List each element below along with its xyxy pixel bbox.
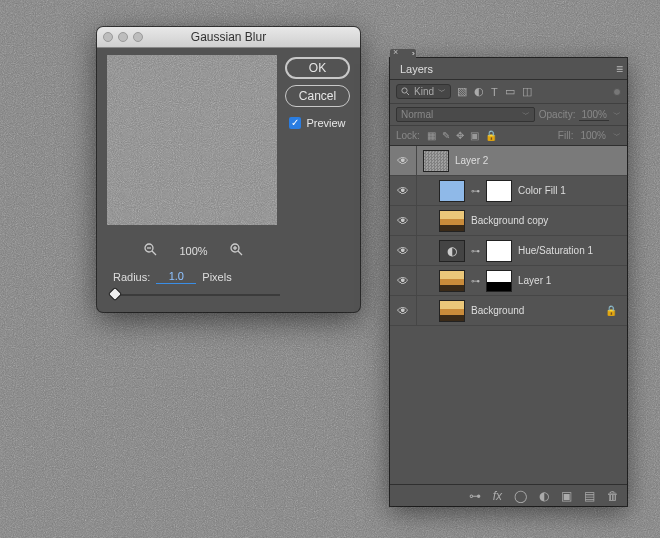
svg-line-6 — [238, 251, 242, 255]
chevron-down-icon: ﹀ — [522, 109, 530, 120]
layer-mask-thumb[interactable] — [486, 240, 512, 262]
radius-label: Radius: — [113, 271, 150, 283]
layer-thumb[interactable] — [423, 150, 449, 172]
radius-slider[interactable] — [113, 288, 280, 302]
layer-row[interactable]: 👁 ◐ ⊶ Hue/Saturation 1 — [390, 236, 627, 266]
filter-type-icon[interactable]: T — [491, 86, 498, 98]
svg-line-3 — [152, 251, 156, 255]
dialog-title: Gaussian Blur — [191, 30, 266, 44]
layer-list: 👁 Layer 2 👁 ⊶ Color Fill 1 👁 Background … — [390, 146, 627, 484]
panel-footer: ⊶ fx ◯ ◐ ▣ ▤ 🗑 — [390, 484, 627, 506]
svg-point-9 — [402, 88, 407, 93]
layer-filter-row: Kind ﹀ ▧ ◐ T ▭ ◫ — [390, 80, 627, 104]
filter-pixel-icon[interactable]: ▧ — [457, 85, 467, 98]
lock-pixels-icon[interactable]: ✎ — [442, 130, 450, 141]
filter-kind-label: Kind — [414, 86, 434, 97]
slider-thumb[interactable] — [108, 287, 122, 301]
panel-tab-grip[interactable]: ×›› — [390, 49, 416, 58]
layer-name[interactable]: Background copy — [471, 215, 548, 226]
lock-artboard-icon[interactable]: ▣ — [470, 130, 479, 141]
layer-thumb[interactable] — [439, 180, 465, 202]
filter-smart-icon[interactable]: ◫ — [522, 85, 532, 98]
panel-menu-icon[interactable]: ≡ — [616, 62, 623, 76]
radius-unit: Pixels — [202, 271, 231, 283]
checkmark-icon: ✓ — [289, 117, 301, 129]
fill-label: Fill: — [558, 130, 574, 141]
layer-row[interactable]: 👁 Layer 2 — [390, 146, 627, 176]
filter-toggle[interactable] — [613, 88, 621, 96]
visibility-toggle[interactable]: 👁 — [396, 184, 410, 198]
visibility-toggle[interactable]: 👁 — [396, 274, 410, 288]
visibility-toggle[interactable]: 👁 — [396, 154, 410, 168]
chevron-down-icon[interactable]: ﹀ — [613, 109, 621, 120]
svg-rect-1 — [107, 55, 277, 225]
chevron-down-icon: ﹀ — [438, 86, 446, 97]
lock-all-icon[interactable]: 🔒 — [485, 130, 497, 141]
delete-layer-icon[interactable]: 🗑 — [607, 489, 619, 503]
layers-panel: ×›› Layers ≡ Kind ﹀ ▧ ◐ T ▭ ◫ Normal ﹀ O… — [390, 58, 627, 506]
radius-input[interactable] — [156, 269, 196, 284]
chevron-down-icon[interactable]: ﹀ — [613, 130, 621, 141]
filter-kind-select[interactable]: Kind ﹀ — [396, 84, 451, 99]
layer-fx-icon[interactable]: fx — [493, 489, 502, 503]
layer-mask-thumb[interactable] — [486, 180, 512, 202]
close-icon[interactable]: × — [393, 47, 398, 57]
fill-value[interactable]: 100% — [580, 130, 606, 141]
preview-checkbox-label: Preview — [306, 117, 345, 129]
svg-line-10 — [407, 93, 410, 96]
lock-position-icon[interactable]: ✥ — [456, 130, 464, 141]
visibility-toggle[interactable]: 👁 — [396, 244, 410, 258]
layer-thumb[interactable] — [439, 270, 465, 292]
mask-link-icon[interactable]: ⊶ — [471, 276, 480, 286]
layer-name[interactable]: Color Fill 1 — [518, 185, 566, 196]
layer-mask-thumb[interactable] — [486, 270, 512, 292]
adjustment-icon[interactable]: ◐ — [439, 240, 465, 262]
collapse-icon[interactable]: ›› — [412, 49, 413, 58]
new-adjustment-icon[interactable]: ◐ — [539, 489, 549, 503]
layer-row[interactable]: 👁 Background 🔒 — [390, 296, 627, 326]
lock-label: Lock: — [396, 130, 420, 141]
blend-mode-value: Normal — [401, 109, 433, 120]
window-controls[interactable] — [103, 32, 143, 42]
filter-shape-icon[interactable]: ▭ — [505, 85, 515, 98]
preview-checkbox[interactable]: ✓ Preview — [285, 117, 350, 129]
new-layer-icon[interactable]: ▤ — [584, 489, 595, 503]
filter-preview[interactable] — [107, 55, 277, 225]
new-group-icon[interactable]: ▣ — [561, 489, 572, 503]
dialog-titlebar[interactable]: Gaussian Blur — [97, 27, 360, 48]
zoom-out-button[interactable] — [144, 243, 157, 259]
tab-layers[interactable]: Layers — [394, 59, 439, 79]
layer-row[interactable]: 👁 ⊶ Color Fill 1 — [390, 176, 627, 206]
slider-track — [113, 294, 280, 296]
layer-row[interactable]: 👁 Background copy — [390, 206, 627, 236]
mask-link-icon[interactable]: ⊶ — [471, 186, 480, 196]
blend-mode-select[interactable]: Normal ﹀ — [396, 107, 535, 122]
visibility-toggle[interactable]: 👁 — [396, 214, 410, 228]
layer-name[interactable]: Background — [471, 305, 524, 316]
filter-adjustment-icon[interactable]: ◐ — [474, 85, 484, 98]
layer-thumb[interactable] — [439, 210, 465, 232]
layer-name[interactable]: Hue/Saturation 1 — [518, 245, 593, 256]
ok-button[interactable]: OK — [285, 57, 350, 79]
opacity-label: Opacity: — [539, 109, 576, 120]
zoom-level: 100% — [179, 245, 207, 257]
zoom-in-button[interactable] — [230, 243, 243, 259]
cancel-button[interactable]: Cancel — [285, 85, 350, 107]
layer-name[interactable]: Layer 1 — [518, 275, 551, 286]
opacity-value[interactable]: 100% — [579, 109, 609, 121]
layer-row[interactable]: 👁 ⊶ Layer 1 — [390, 266, 627, 296]
gaussian-blur-dialog: Gaussian Blur OK Cancel ✓ Preview 100% R… — [97, 27, 360, 312]
mask-link-icon[interactable]: ⊶ — [471, 246, 480, 256]
visibility-toggle[interactable]: 👁 — [396, 304, 410, 318]
layer-thumb[interactable] — [439, 300, 465, 322]
add-mask-icon[interactable]: ◯ — [514, 489, 527, 503]
lock-icon: 🔒 — [605, 305, 617, 316]
link-layers-icon[interactable]: ⊶ — [469, 489, 481, 503]
layer-name[interactable]: Layer 2 — [455, 155, 488, 166]
lock-transparency-icon[interactable]: ▦ — [427, 130, 436, 141]
